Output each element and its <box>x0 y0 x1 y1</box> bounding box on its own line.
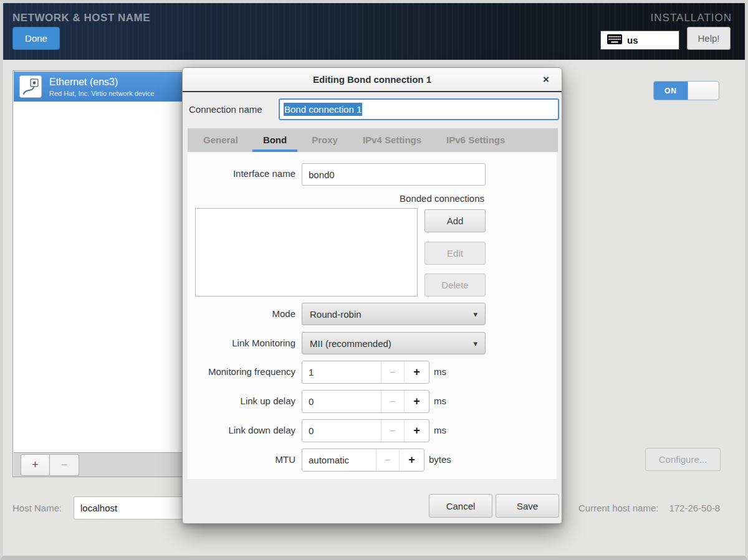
help-button[interactable]: Help! <box>687 27 731 50</box>
configure-button[interactable]: Configure... <box>645 448 721 471</box>
tab-bond[interactable]: Bond <box>251 128 299 152</box>
monitoring-frequency-value: 1 <box>302 361 381 383</box>
keyboard-icon <box>607 34 622 47</box>
mode-dropdown[interactable]: Round-robin ▾ <box>302 303 486 325</box>
increment-button[interactable]: + <box>404 361 429 383</box>
monitoring-frequency-spinner[interactable]: 1 − + <box>302 361 429 384</box>
host-name-label: Host Name: <box>12 503 62 513</box>
device-name: Ethernet (ens3) <box>49 77 155 88</box>
dialog-titlebar: Editing Bond connection 1 × <box>183 68 562 92</box>
chevron-down-icon: ▾ <box>473 339 477 348</box>
bonded-connections-list[interactable] <box>195 208 418 297</box>
keyboard-layout-value: us <box>627 35 638 45</box>
interface-name-value: bond0 <box>309 169 335 180</box>
connection-name-input[interactable]: Bond connection 1 <box>279 98 559 120</box>
current-host-name-label: Current host name: <box>578 503 658 513</box>
host-name-value: localhost <box>80 503 117 513</box>
network-on-off-toggle[interactable]: ON <box>653 81 719 100</box>
device-description: Red Hat, Inc. Virtio network device <box>49 90 155 97</box>
link-up-delay-label: Link up delay <box>241 396 295 406</box>
connection-name-label: Connection name <box>189 104 262 115</box>
link-down-delay-spinner[interactable]: 0 − + <box>302 419 429 442</box>
edit-bond-dialog: Editing Bond connection 1 × Connection n… <box>182 67 562 524</box>
minus-icon: − <box>61 458 68 472</box>
tab-proxy[interactable]: Proxy <box>299 128 350 152</box>
increment-button[interactable]: + <box>404 391 429 412</box>
link-monitoring-label: Link Monitoring <box>232 338 295 348</box>
edit-bonded-connection-button[interactable]: Edit <box>424 242 486 265</box>
toggle-on-label: ON <box>654 82 688 100</box>
link-down-delay-label: Link down delay <box>228 425 295 435</box>
decrement-button[interactable]: − <box>381 420 404 442</box>
dialog-title: Editing Bond connection 1 <box>313 74 431 85</box>
toggle-knob <box>688 82 719 100</box>
page-title: NETWORK & HOST NAME <box>12 12 150 24</box>
increment-button[interactable]: + <box>404 420 429 442</box>
save-button[interactable]: Save <box>496 494 559 518</box>
mtu-value: automatic <box>302 449 376 471</box>
keyboard-layout-indicator[interactable]: us <box>600 31 679 50</box>
cancel-button[interactable]: Cancel <box>429 494 492 518</box>
tab-general[interactable]: General <box>191 128 251 152</box>
connection-name-value: Bond connection 1 <box>284 103 362 116</box>
bonded-connections-label: Bonded connections <box>400 193 484 204</box>
interface-name-label: Interface name <box>233 168 295 179</box>
dialog-tabbar: General Bond Proxy IPv4 Settings IPv6 Se… <box>188 128 558 152</box>
tab-ipv4-settings[interactable]: IPv4 Settings <box>350 128 434 152</box>
add-bonded-connection-button[interactable]: Add <box>424 209 486 232</box>
mode-value: Round-robin <box>310 309 362 320</box>
plus-icon: + <box>32 458 39 472</box>
mtu-label: MTU <box>276 454 296 465</box>
header-bar: NETWORK & HOST NAME Done INSTALLATION us… <box>3 3 745 60</box>
mode-label: Mode <box>272 308 295 319</box>
link-monitoring-value: MII (recommended) <box>310 338 391 349</box>
monitoring-frequency-label: Monitoring frequency <box>208 366 295 377</box>
link-up-delay-value: 0 <box>302 391 381 412</box>
decrement-button[interactable]: − <box>376 449 399 471</box>
done-button[interactable]: Done <box>12 27 60 50</box>
tab-ipv6-settings[interactable]: IPv6 Settings <box>434 128 517 152</box>
link-down-delay-unit: ms <box>434 425 446 435</box>
link-monitoring-dropdown[interactable]: MII (recommended) ▾ <box>302 332 486 354</box>
link-down-delay-value: 0 <box>302 420 381 442</box>
delete-bonded-connection-button[interactable]: Delete <box>424 273 486 297</box>
chevron-down-icon: ▾ <box>473 310 477 319</box>
installation-label: INSTALLATION <box>651 12 732 24</box>
link-up-delay-unit: ms <box>434 396 446 406</box>
current-host-name-value: 172-26-50-8 <box>669 503 720 513</box>
link-up-delay-spinner[interactable]: 0 − + <box>302 390 429 413</box>
mtu-unit: bytes <box>429 454 451 465</box>
close-icon[interactable]: × <box>539 73 553 87</box>
decrement-button[interactable]: − <box>381 361 404 383</box>
monitoring-frequency-unit: ms <box>434 366 446 377</box>
remove-device-button[interactable]: − <box>50 454 79 476</box>
add-device-button[interactable]: + <box>21 454 50 476</box>
decrement-button[interactable]: − <box>381 391 404 412</box>
increment-button[interactable]: + <box>399 449 424 471</box>
network-host-name-screen: NETWORK & HOST NAME Done INSTALLATION us… <box>0 0 748 560</box>
ethernet-icon <box>19 75 42 98</box>
interface-name-input[interactable]: bond0 <box>302 163 486 186</box>
mtu-spinner[interactable]: automatic − + <box>302 448 424 472</box>
